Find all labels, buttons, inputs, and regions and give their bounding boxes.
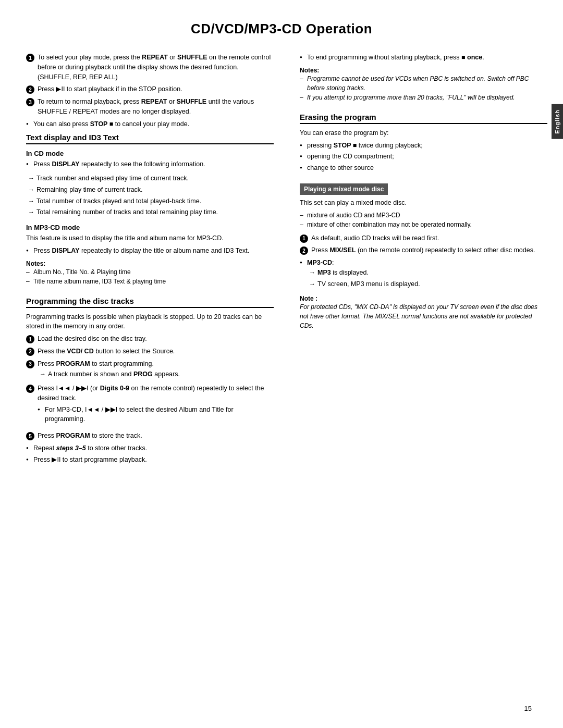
cd-mode-subtitle: In CD mode <box>26 150 274 157</box>
page: CD/VCD/MP3-CD Operation English 1 To sel… <box>0 0 563 728</box>
intro-item-3: 3 To return to normal playback, press RE… <box>26 97 274 117</box>
erasing-title: Erasing the program <box>300 113 547 124</box>
end-note-2: If you attempt to programme more than 20… <box>300 93 547 102</box>
intro-item-1: 1 To select your play mode, press the RE… <box>26 53 274 82</box>
mixed-note-title: Note : <box>300 295 547 302</box>
prog-num-4: 4 <box>26 385 34 393</box>
end-note-1: Programme cannot be used for VCDs when P… <box>300 74 547 93</box>
text-display-section: Text display and ID3 Text In CD mode Pre… <box>26 133 274 286</box>
erasing-bullet-3: change to other source <box>300 163 547 173</box>
end-program-bullet: To end programming without starting play… <box>300 53 547 63</box>
intro-text-2: Press ▶II to start playback if in the ST… <box>38 84 274 94</box>
mixed-num-2: 2 <box>300 246 308 255</box>
mixed-dash-2: mixture of other combination may not be … <box>300 220 547 229</box>
left-column: 1 To select your play mode, press the RE… <box>26 53 279 707</box>
mp3cd-bullet: MP3-CD: MP3 is displayed. TV screen, MP3… <box>300 258 547 289</box>
end-program-item: To end programming without starting play… <box>300 53 547 63</box>
mixed-mode-intro: This set can play a mixed mode disc. <box>300 198 547 208</box>
mp3-note-2: Title name album name, ID3 Text & playin… <box>26 277 274 286</box>
mixed-step-1: 1 As default, audio CD tracks will be re… <box>300 233 547 243</box>
prog-bullet-4: For MP3-CD, I◄◄ / ▶▶I to select the desi… <box>38 405 274 425</box>
mixed-text-2: Press MIX/SEL (on the remote control) re… <box>311 245 547 255</box>
prog-num-1: 1 <box>26 335 34 343</box>
mp3cd-arrow-2: TV screen, MP3 menu is displayed. <box>307 279 547 289</box>
prog-num-2: 2 <box>26 348 34 356</box>
language-tab: English <box>552 104 563 139</box>
mixed-text-1: As default, audio CD tracks will be read… <box>311 233 547 243</box>
step-number-3: 3 <box>26 98 34 106</box>
mixed-mode-section: Playing a mixed mode disc This set can p… <box>300 183 547 331</box>
prog-text-3: Press PROGRAM to start programming. A tr… <box>38 359 274 381</box>
cancel-bullet: You can also press STOP ■ to cancel your… <box>26 119 274 129</box>
mixed-note: Note : For protected CDs, "MIX CD-DA" is… <box>300 295 547 330</box>
mp3-display-bullet: Press DISPLAY repeatedly to display the … <box>26 246 274 256</box>
prog-step-2: 2 Press the VCD/ CD button to select the… <box>26 347 274 356</box>
prog-num-5: 5 <box>26 432 34 440</box>
programming-section: Programming the disc tracks Programming … <box>26 297 274 465</box>
programming-intro: Programming tracks is possible when play… <box>26 312 274 332</box>
erasing-bullet-2: opening the CD compartment; <box>300 152 547 162</box>
erasing-bullet-1: pressing STOP ■ twice during playback; <box>300 141 547 151</box>
prog-text-5: Press PROGRAM to store the track. <box>38 431 274 441</box>
step-number-1: 1 <box>26 54 34 62</box>
prog-step-5: 5 Press PROGRAM to store the track. <box>26 431 274 441</box>
intro-text-3: To return to normal playback, press REPE… <box>38 97 274 117</box>
arrow-item-2: Remaining play time of current track. <box>26 185 274 195</box>
arrow-item-3: Total number of tracks played and total … <box>26 196 274 206</box>
prog-step-4: 4 Press I◄◄ / ▶▶I (or Digits 0-9 on the … <box>26 384 274 428</box>
mixed-dash-1: mixture of audio CD and MP3-CD <box>300 211 547 220</box>
programming-title: Programming the disc tracks <box>26 297 274 308</box>
display-intro: Press DISPLAY repeatedly to see the foll… <box>26 159 274 169</box>
erasing-section: Erasing the program You can erase the pr… <box>300 113 547 173</box>
end-program-notes: Notes: Programme cannot be used for VCDs… <box>300 67 547 102</box>
prog-step-3: 3 Press PROGRAM to start programming. A … <box>26 359 274 381</box>
mixed-num-1: 1 <box>300 235 308 243</box>
intro-text-1: To select your play mode, press the REPE… <box>38 53 274 82</box>
mp3cd-bullet-list: MP3-CD: MP3 is displayed. TV screen, MP3… <box>300 258 547 289</box>
right-column: To end programming without starting play… <box>295 53 547 707</box>
prog-step-1: 1 Load the desired disc on the disc tray… <box>26 334 274 344</box>
mixed-mode-title: Playing a mixed mode disc <box>300 183 388 195</box>
prog-text-2: Press the VCD/ CD button to select the S… <box>38 347 274 356</box>
mp3-mode-subtitle: In MP3-CD mode <box>26 224 274 231</box>
prog-num-3: 3 <box>26 360 34 368</box>
prog-text-4: Press I◄◄ / ▶▶I (or Digits 0-9 on the re… <box>38 384 274 428</box>
mp3-notes-title: Notes: <box>26 260 45 267</box>
arrow-item-4: Total remaining number of tracks and tot… <box>26 207 274 217</box>
content-columns: 1 To select your play mode, press the RE… <box>0 53 563 707</box>
text-display-title: Text display and ID3 Text <box>26 133 274 144</box>
prog-arrow-3: A track number is shown and PROG appears… <box>38 369 274 379</box>
prog-bullet-item-4: For MP3-CD, I◄◄ / ▶▶I to select the desi… <box>38 405 274 425</box>
end-program-section: To end programming without starting play… <box>300 53 547 102</box>
mixed-step-2: 2 Press MIX/SEL (on the remote control) … <box>300 245 547 255</box>
mixed-note-text: For protected CDs, "MIX CD-DA" is displa… <box>300 302 547 330</box>
step-number-2: 2 <box>26 85 34 94</box>
arrow-item-1: Track number and elapsed play time of cu… <box>26 174 274 183</box>
prog-text-1: Load the desired disc on the disc tray. <box>38 334 274 344</box>
mp3-notes: Notes: Album No., Title No. & Playing ti… <box>26 260 274 286</box>
mp3-note-1: Album No., Title No. & Playing time <box>26 267 274 277</box>
prog-extra-bullets: Repeat steps 3–5 to store other tracks. … <box>26 443 274 465</box>
page-title: CD/VCD/MP3-CD Operation <box>0 21 563 37</box>
intro-item-2: 2 Press ▶II to start playback if in the … <box>26 84 274 94</box>
intro-section: 1 To select your play mode, press the RE… <box>26 53 274 129</box>
mp3-mode-text: This feature is used to display the titl… <box>26 233 274 243</box>
cancel-bullet-list: You can also press STOP ■ to cancel your… <box>26 119 274 129</box>
prog-extra-2: Press ▶II to start programme playback. <box>26 455 274 465</box>
mp3-display-item: Press DISPLAY repeatedly to display the … <box>26 246 274 256</box>
end-notes-title: Notes: <box>300 67 547 74</box>
prog-extra-1: Repeat steps 3–5 to store other tracks. <box>26 443 274 453</box>
cd-mode-bullet: Press DISPLAY repeatedly to see the foll… <box>26 159 274 169</box>
erasing-intro: You can erase the program by: <box>300 128 547 138</box>
page-number: 15 <box>524 705 532 712</box>
erasing-bullets: pressing STOP ■ twice during playback; o… <box>300 141 547 173</box>
mp3cd-arrow-1: MP3 is displayed. <box>307 268 547 278</box>
